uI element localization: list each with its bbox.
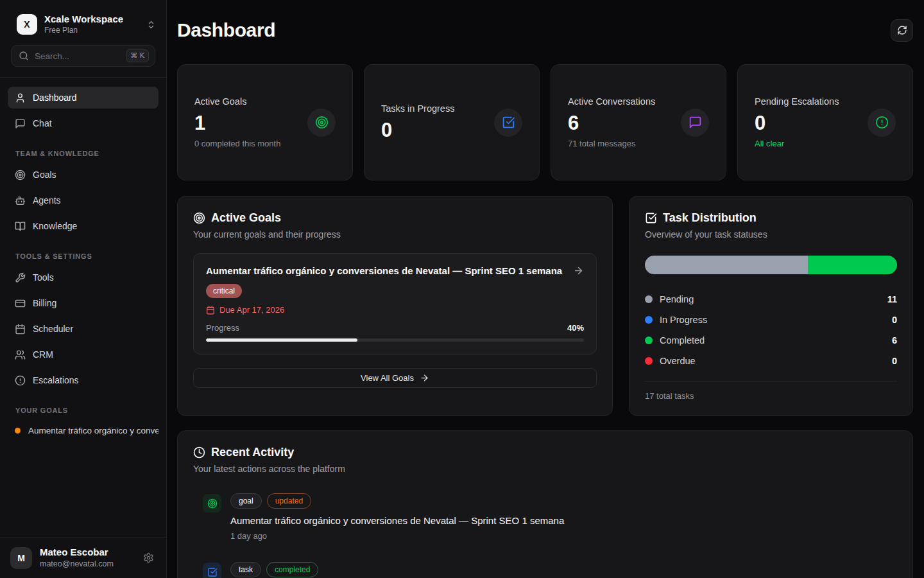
sidebar-item-label: Billing — [33, 298, 56, 308]
square-check-icon — [645, 212, 657, 224]
search-box[interactable]: ⌘ K — [11, 45, 155, 67]
sidebar: X Xcale Workspace Free Plan ⌘ K Dashboar… — [0, 0, 167, 578]
activity-type-badge: task — [230, 562, 261, 577]
activity-status-badge: completed — [266, 562, 318, 577]
sidebar-goal-item[interactable]: Aumentar tráfico orgánico y conversiones… — [8, 421, 158, 441]
message-square-icon — [15, 118, 26, 129]
stat-label: Tasks in Progress — [381, 103, 454, 114]
goal-card[interactable]: Aumentar tráfico orgánico y conversiones… — [193, 253, 597, 355]
sidebar-item-label: Tools — [33, 272, 54, 283]
stat-sub: 0 completed this month — [194, 139, 280, 148]
bar-segment-completed — [808, 256, 897, 274]
legend-row-pending: Pending 11 — [645, 289, 897, 310]
user-footer: M Mateo Escobar mateo@nevatal.com — [0, 537, 166, 578]
workspace-name: Xcale Workspace — [44, 13, 138, 25]
book-open-icon — [15, 221, 26, 232]
search-input[interactable] — [35, 51, 120, 61]
activity-type-badge: goal — [230, 493, 262, 509]
stat-sub: 71 total messages — [568, 139, 655, 148]
legend-dot — [645, 295, 653, 303]
stat-card-active-conversations: Active Conversations 6 71 total messages — [551, 64, 726, 180]
sidebar-item-agents[interactable]: Agents — [8, 189, 158, 211]
progress-bar — [206, 338, 584, 342]
task-legend: Pending 11 In Progress 0 Completed 6 Ove… — [645, 289, 897, 371]
target-icon — [15, 170, 26, 180]
stat-value: 6 — [568, 112, 655, 134]
alert-circle-icon — [875, 116, 889, 129]
panel-title: Recent Activity — [211, 446, 294, 459]
sidebar-item-label: Chat — [33, 118, 52, 128]
view-all-goals-button[interactable]: View All Goals — [193, 368, 597, 388]
user-email: mateo@nevatal.com — [40, 559, 133, 569]
panel-subtitle: Overview of your task statuses — [645, 229, 897, 240]
users-icon — [15, 349, 26, 360]
gear-icon[interactable] — [141, 550, 156, 565]
legend-row-completed: Completed 6 — [645, 330, 897, 351]
target-icon — [193, 212, 205, 224]
sidebar-item-tools[interactable]: Tools — [8, 267, 158, 288]
stat-card-pending-escalations: Pending Escalations 0 All clear — [737, 64, 913, 180]
goal-progress-fill — [206, 338, 357, 342]
arrow-right-icon[interactable] — [573, 265, 584, 276]
stat-label: Pending Escalations — [755, 96, 839, 107]
legend-dot — [645, 357, 653, 365]
target-icon — [315, 116, 329, 129]
stat-label: Active Goals — [194, 96, 280, 107]
search-icon — [19, 51, 29, 61]
legend-dot — [645, 316, 653, 324]
goal-title: Aumentar tráfico orgánico y conversiones… — [206, 265, 562, 277]
stat-label: Active Conversations — [568, 96, 655, 107]
progress-value: 40% — [567, 323, 584, 333]
progress-label: Progress — [206, 323, 239, 333]
legend-row-in-progress: In Progress 0 — [645, 310, 897, 330]
credit-card-icon — [15, 298, 26, 309]
avatar: M — [10, 547, 32, 569]
sidebar-item-dashboard[interactable]: Dashboard — [8, 87, 158, 109]
sidebar-item-goals[interactable]: Goals — [8, 164, 158, 186]
bot-icon — [15, 195, 26, 206]
panel-title: Active Goals — [211, 211, 281, 225]
chevrons-up-down-icon — [145, 19, 157, 31]
divider — [645, 381, 897, 381]
section-your-goals: YOUR GOALS — [8, 395, 158, 421]
activity-time: 1 day ago — [230, 531, 897, 541]
stat-card-active-goals: Active Goals 1 0 completed this month — [177, 64, 353, 180]
recent-activity-panel: Recent Activity Your latest actions acro… — [177, 430, 913, 578]
arrow-right-icon — [420, 373, 429, 383]
sidebar-goal-label: Aumentar tráfico orgánico y conversiones… — [28, 426, 158, 435]
sidebar-item-label: Scheduler — [33, 324, 73, 334]
sidebar-nav: Dashboard Chat TEAM & KNOWLEDGE Goals Ag… — [0, 78, 166, 537]
bar-segment-pending — [645, 256, 808, 274]
alert-circle-icon — [15, 375, 26, 386]
sidebar-item-knowledge[interactable]: Knowledge — [8, 215, 158, 237]
stat-value: 0 — [755, 112, 839, 134]
activity-item: task completed — [203, 562, 897, 578]
middle-row: Active Goals Your current goals and thei… — [177, 196, 913, 416]
activity-list: goal updated Aumentar tráfico orgánico y… — [193, 493, 897, 578]
page-title: Dashboard — [177, 19, 275, 41]
sidebar-item-label: Escalations — [33, 375, 79, 385]
calendar-icon — [206, 306, 215, 315]
sidebar-item-crm[interactable]: CRM — [8, 344, 158, 365]
refresh-icon — [897, 25, 907, 35]
sidebar-item-scheduler[interactable]: Scheduler — [8, 318, 158, 340]
sidebar-item-billing[interactable]: Billing — [8, 292, 158, 314]
stat-card-tasks-in-progress: Tasks in Progress 0 — [364, 64, 540, 180]
main-header: Dashboard — [177, 18, 913, 42]
refresh-button[interactable] — [891, 19, 913, 42]
stat-sub: All clear — [755, 139, 839, 148]
task-distribution-bar — [645, 256, 897, 274]
activity-status-badge: updated — [267, 493, 311, 509]
workspace-switcher[interactable]: X Xcale Workspace Free Plan — [0, 0, 166, 45]
sidebar-item-chat[interactable]: Chat — [8, 112, 158, 134]
legend-dot — [645, 337, 653, 344]
active-goals-panel: Active Goals Your current goals and thei… — [177, 196, 613, 416]
stats-row: Active Goals 1 0 completed this month Ta… — [177, 64, 913, 180]
square-check-icon — [502, 116, 515, 129]
workspace-logo: X — [17, 14, 37, 35]
sidebar-item-escalations[interactable]: Escalations — [8, 369, 158, 391]
calendar-icon — [15, 324, 26, 335]
panel-subtitle: Your latest actions across the platform — [193, 464, 897, 474]
activity-item: goal updated Aumentar tráfico orgánico y… — [203, 493, 897, 541]
clock-icon — [193, 446, 205, 459]
